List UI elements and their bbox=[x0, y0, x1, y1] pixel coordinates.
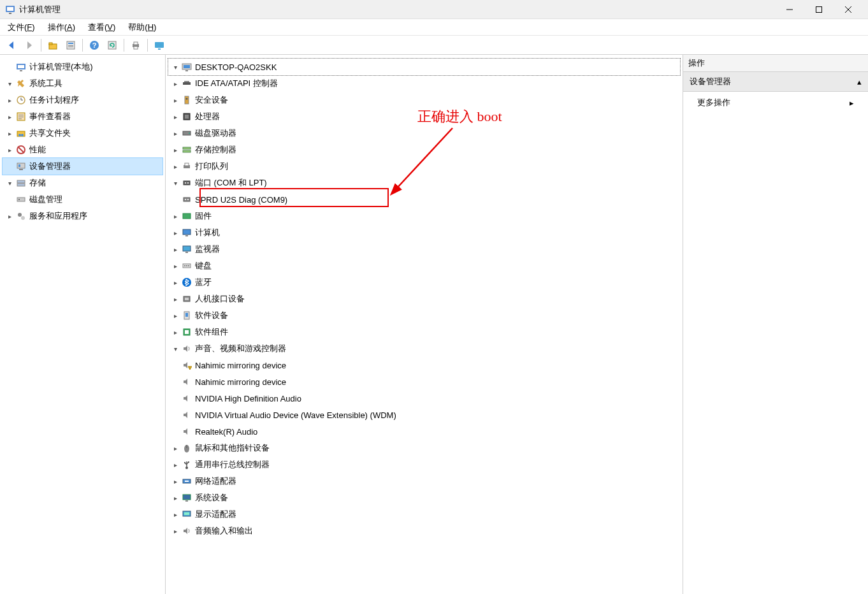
svg-rect-63 bbox=[184, 198, 190, 201]
up-level-button[interactable] bbox=[45, 38, 61, 53]
device-sound-nvidia-virtual[interactable]: NVIDIA Virtual Audio Device (Wave Extens… bbox=[168, 407, 680, 423]
expander-icon bbox=[171, 361, 180, 370]
device-firmware[interactable]: ▸ 固件 bbox=[168, 208, 680, 224]
device-sound-realtek[interactable]: Realtek(R) Audio bbox=[168, 423, 680, 440]
svg-rect-60 bbox=[184, 181, 190, 185]
svg-rect-22 bbox=[18, 65, 24, 68]
device-hid[interactable]: ▸ 人机接口设备 bbox=[168, 291, 680, 307]
svg-rect-39 bbox=[17, 180, 25, 183]
chevron-down-icon: ▾ bbox=[5, 178, 14, 187]
tree-system-tools[interactable]: ▾ 系统工具 bbox=[3, 75, 163, 92]
chevron-right-icon: ▸ bbox=[171, 311, 180, 320]
menu-view[interactable]: 查看(V) bbox=[87, 20, 117, 34]
sound-icon bbox=[181, 343, 192, 354]
device-sound[interactable]: ▾ 声音、视频和游戏控制器 bbox=[168, 340, 680, 357]
device-software-components[interactable]: ▸ 软件组件 bbox=[168, 324, 680, 340]
device-security[interactable]: ▸ 安全设备 bbox=[168, 92, 680, 108]
tree-disk-management[interactable]: 磁盘管理 bbox=[3, 191, 163, 208]
device-ports[interactable]: ▾ 端口 (COM 和 LPT) bbox=[168, 175, 680, 191]
svg-rect-17 bbox=[134, 42, 138, 45]
device-disk[interactable]: ▸ 磁盘驱动器 bbox=[168, 125, 680, 141]
svg-rect-36 bbox=[17, 163, 25, 168]
device-tree-pane[interactable]: ▾ DESKTOP-QAO2SKK ▸ IDE ATA/ATAPI 控制器 ▸ … bbox=[166, 55, 683, 594]
svg-rect-77 bbox=[185, 298, 189, 300]
tree-label: DESKTOP-QAO2SKK bbox=[195, 62, 277, 72]
device-system[interactable]: ▸ 系统设备 bbox=[168, 489, 680, 506]
event-viewer-icon bbox=[15, 111, 27, 122]
tree-root-computer-management[interactable]: 计算机管理(本地) bbox=[3, 59, 163, 75]
svg-rect-41 bbox=[17, 198, 25, 201]
disk-drive-icon bbox=[181, 127, 192, 139]
tree-event-viewer[interactable]: ▸ 事件查看器 bbox=[3, 108, 163, 125]
device-monitor[interactable]: ▸ 监视器 bbox=[168, 241, 680, 257]
toolbar: ? bbox=[0, 36, 868, 55]
svg-rect-72 bbox=[184, 265, 185, 266]
chevron-right-icon: ▸ bbox=[5, 145, 14, 154]
chevron-right-icon: ▸ bbox=[5, 212, 14, 221]
svg-point-89 bbox=[184, 462, 185, 463]
device-sound-nahimic-1[interactable]: ! Nahimic mirroring device bbox=[168, 357, 680, 373]
chevron-right-icon: ▸ bbox=[171, 112, 180, 121]
network-adapter-icon bbox=[181, 475, 192, 487]
device-cpu[interactable]: ▸ 处理器 bbox=[168, 108, 680, 125]
actions-context[interactable]: 设备管理器 ▴ bbox=[683, 72, 868, 92]
forward-button[interactable] bbox=[22, 38, 37, 53]
collapse-icon: ▴ bbox=[857, 77, 862, 87]
device-sound-nvidia-hd[interactable]: NVIDIA High Definition Audio bbox=[168, 390, 680, 407]
back-button[interactable] bbox=[4, 38, 19, 53]
maximize-button[interactable] bbox=[804, 0, 834, 19]
tree-shared-folders[interactable]: ▸ 共享文件夹 bbox=[3, 125, 163, 141]
firmware-icon bbox=[181, 210, 192, 222]
chevron-right-icon: ▸ bbox=[171, 228, 180, 237]
tree-label: 计算机管理(本地) bbox=[29, 61, 93, 73]
device-host[interactable]: ▾ DESKTOP-QAO2SKK bbox=[168, 59, 680, 75]
minimize-button[interactable] bbox=[775, 0, 804, 19]
svg-rect-70 bbox=[185, 252, 188, 253]
device-storage-controller[interactable]: ▸ 存储控制器 bbox=[168, 141, 680, 158]
print-button[interactable] bbox=[128, 38, 143, 53]
device-usb[interactable]: ▸ 通用串行总线控制器 bbox=[168, 456, 680, 473]
chevron-right-icon: ▸ bbox=[171, 96, 180, 105]
tree-performance[interactable]: ▸ 性能 bbox=[3, 141, 163, 158]
expander-icon bbox=[171, 394, 180, 403]
device-computer[interactable]: ▸ 计算机 bbox=[168, 224, 680, 241]
menu-file[interactable]: 文件(F) bbox=[6, 20, 36, 34]
device-print-queue[interactable]: ▸ 打印队列 bbox=[168, 158, 680, 175]
chevron-right-icon: ▸ bbox=[5, 129, 14, 138]
svg-rect-79 bbox=[185, 313, 188, 317]
refresh-button[interactable] bbox=[105, 38, 120, 53]
tree-label: 软件设备 bbox=[195, 310, 228, 321]
keyboard-icon bbox=[181, 260, 192, 272]
help-button[interactable]: ? bbox=[87, 38, 102, 53]
device-ide[interactable]: ▸ IDE ATA/ATAPI 控制器 bbox=[168, 75, 680, 92]
device-software-devices[interactable]: ▸ 软件设备 bbox=[168, 307, 680, 324]
device-sound-nahimic-2[interactable]: Nahimic mirroring device bbox=[168, 373, 680, 390]
tree-label: SPRD U2S Diag (COM9) bbox=[195, 195, 287, 205]
clock-icon bbox=[15, 94, 27, 106]
tree-task-scheduler[interactable]: ▸ 任务计划程序 bbox=[3, 92, 163, 108]
device-keyboard[interactable]: ▸ 键盘 bbox=[168, 257, 680, 274]
actions-context-label: 设备管理器 bbox=[690, 76, 731, 87]
svg-point-64 bbox=[185, 199, 186, 200]
tree-label: 设备管理器 bbox=[29, 161, 71, 172]
device-mouse[interactable]: ▸ 鼠标和其他指针设备 bbox=[168, 440, 680, 456]
left-navigation-pane[interactable]: 计算机管理(本地) ▾ 系统工具 ▸ 任务计划程序 ▸ bbox=[0, 55, 166, 594]
more-actions[interactable]: 更多操作 ▸ bbox=[683, 92, 868, 113]
device-bluetooth[interactable]: ▸ 蓝牙 bbox=[168, 274, 680, 291]
device-port-sprd[interactable]: SPRD U2S Diag (COM9) bbox=[168, 191, 680, 208]
tree-storage[interactable]: ▾ 存储 bbox=[3, 175, 163, 191]
monitor-icon bbox=[181, 243, 192, 255]
menu-action[interactable]: 操作(A) bbox=[47, 20, 76, 34]
printer-icon bbox=[181, 161, 192, 172]
svg-rect-92 bbox=[185, 481, 189, 482]
device-audio-io[interactable]: ▸ 音频输入和输出 bbox=[168, 523, 680, 539]
tree-services-apps[interactable]: ▸ 服务和应用程序 bbox=[3, 208, 163, 224]
device-network[interactable]: ▸ 网络适配器 bbox=[168, 473, 680, 489]
close-button[interactable] bbox=[834, 0, 863, 19]
menu-help[interactable]: 帮助(H) bbox=[127, 20, 157, 34]
monitor-button[interactable] bbox=[152, 38, 167, 53]
tree-device-manager[interactable]: 设备管理器 bbox=[3, 158, 163, 175]
security-device-icon bbox=[181, 94, 192, 106]
properties-button[interactable] bbox=[63, 38, 78, 53]
device-display[interactable]: ▸ 显示适配器 bbox=[168, 506, 680, 523]
